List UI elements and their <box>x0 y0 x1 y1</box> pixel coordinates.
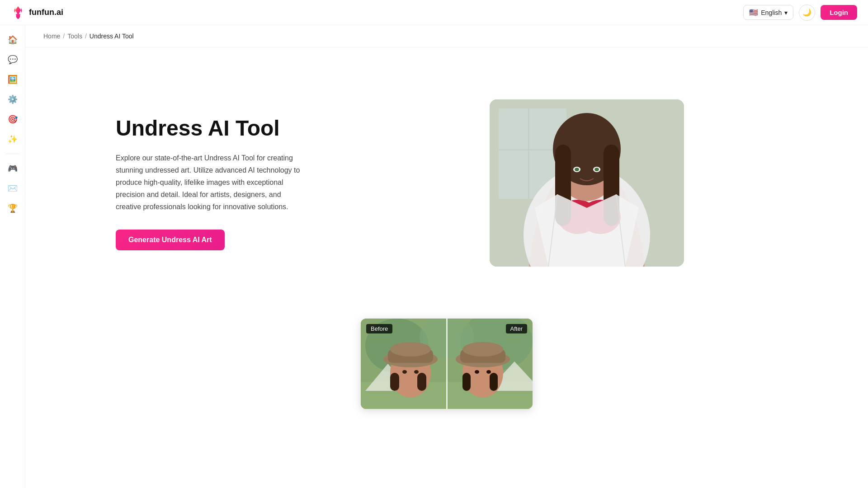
before-after-divider <box>447 319 448 409</box>
before-label: Before <box>366 324 392 333</box>
logo-text: funfun.ai <box>29 8 63 17</box>
breadcrumb-current: Undress AI Tool <box>90 33 134 40</box>
sidebar-item-chat[interactable]: 💬 <box>4 51 22 69</box>
breadcrumb-tools[interactable]: Tools <box>67 33 82 40</box>
svg-rect-30 <box>390 373 399 391</box>
svg-point-29 <box>414 370 419 374</box>
breadcrumb-sep2: / <box>85 33 87 40</box>
hero-image-container <box>342 99 832 267</box>
logo-icon <box>11 5 25 20</box>
flag-icon: 🇺🇸 <box>749 8 758 17</box>
lang-label: English <box>761 9 782 16</box>
svg-point-37 <box>475 370 479 374</box>
before-after-container: Before After <box>361 319 533 409</box>
sidebar: 🏠 💬 🖼️ ⚙️ 🎯 ✨ 🎮 ✉️ 🏆 <box>0 25 25 488</box>
svg-rect-31 <box>417 373 426 391</box>
sidebar-item-magic[interactable]: ✨ <box>4 130 22 148</box>
gallery-icon: 🖼️ <box>8 75 18 84</box>
trophy-icon: 🏆 <box>8 203 18 213</box>
navbar-left: funfun.ai <box>11 5 63 20</box>
sidebar-item-settings[interactable]: ⚙️ <box>4 90 22 108</box>
svg-point-28 <box>402 370 407 374</box>
hero-description: Explore our state-of-the-art Undress AI … <box>116 152 306 213</box>
svg-point-38 <box>486 370 491 374</box>
svg-rect-40 <box>490 373 498 391</box>
hero-image <box>490 99 684 267</box>
language-selector[interactable]: 🇺🇸 English ▾ <box>743 5 793 20</box>
magic-icon: ✨ <box>8 134 18 144</box>
hero-text: Undress AI Tool Explore our state-of-the… <box>116 116 306 250</box>
login-button[interactable]: Login <box>821 5 857 20</box>
sidebar-item-home[interactable]: 🏠 <box>4 31 22 49</box>
svg-point-14 <box>575 168 579 171</box>
home-icon: 🏠 <box>8 35 18 45</box>
generate-button[interactable]: Generate Undress AI Art <box>116 230 225 250</box>
after-label: After <box>506 324 527 333</box>
breadcrumb-sep1: / <box>63 33 65 40</box>
svg-point-27 <box>390 342 431 357</box>
target-icon: 🎯 <box>8 114 18 124</box>
navbar-right: 🇺🇸 English ▾ 🌙 Login <box>743 5 857 21</box>
chevron-down-icon: ▾ <box>784 9 788 16</box>
sidebar-item-trophy[interactable]: 🏆 <box>4 199 22 217</box>
navbar: funfun.ai 🇺🇸 English ▾ 🌙 Login <box>0 0 868 25</box>
settings-icon: ⚙️ <box>8 94 18 104</box>
hero-title: Undress AI Tool <box>116 116 306 141</box>
before-after-section: Before After <box>25 319 868 427</box>
sidebar-item-target[interactable]: 🎯 <box>4 110 22 128</box>
email-icon: ✉️ <box>8 183 18 193</box>
hero-section: Undress AI Tool Explore our state-of-the… <box>25 47 868 319</box>
hero-image-svg <box>490 99 684 267</box>
discord-icon: 🎮 <box>8 164 18 174</box>
svg-rect-39 <box>462 373 471 391</box>
main-content: Home / Tools / Undress AI Tool Undress A… <box>25 25 868 427</box>
chat-icon: 💬 <box>8 55 18 65</box>
breadcrumb: Home / Tools / Undress AI Tool <box>25 25 868 47</box>
svg-point-36 <box>462 342 503 357</box>
theme-toggle-button[interactable]: 🌙 <box>799 5 815 21</box>
sidebar-item-email[interactable]: ✉️ <box>4 179 22 197</box>
breadcrumb-home[interactable]: Home <box>43 33 60 40</box>
moon-icon: 🌙 <box>802 8 811 17</box>
sidebar-item-gallery[interactable]: 🖼️ <box>4 70 22 89</box>
sidebar-item-discord[interactable]: 🎮 <box>4 160 22 178</box>
svg-point-16 <box>594 168 599 171</box>
sidebar-divider <box>5 154 20 154</box>
